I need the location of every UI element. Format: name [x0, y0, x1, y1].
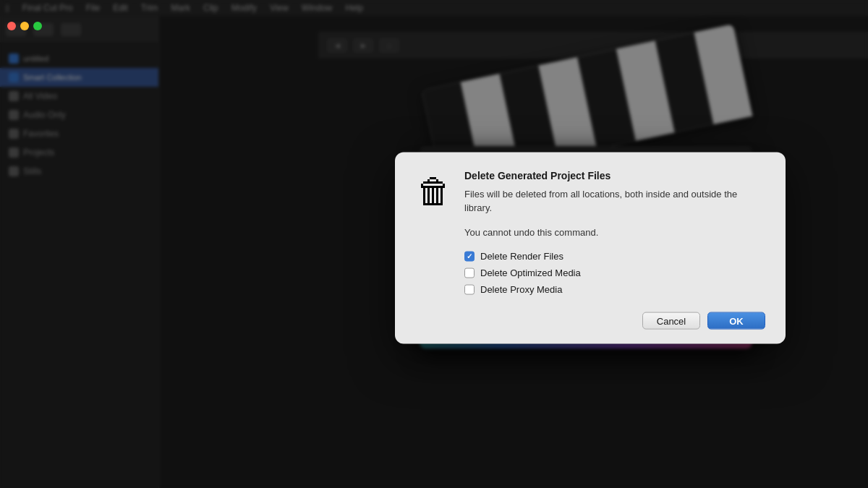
dialog-header: 🗑 Delete Generated Project Files Files w…	[415, 169, 765, 239]
checkbox-render-files[interactable]: ✓	[464, 251, 475, 261]
checkbox-proxy-media[interactable]	[464, 284, 475, 294]
dialog-text-content: Delete Generated Project Files Files wil…	[464, 169, 765, 239]
checkbox-row-optimized[interactable]: Delete Optimized Media	[464, 267, 765, 278]
window-controls	[7, 22, 42, 30]
close-button[interactable]	[7, 22, 16, 30]
checkbox-row-render[interactable]: ✓ Delete Render Files	[464, 251, 765, 262]
checkbox-optimized-media[interactable]	[464, 267, 475, 278]
checkbox-render-label: Delete Render Files	[480, 251, 563, 262]
cancel-button[interactable]: Cancel	[642, 312, 700, 330]
dialog-checkboxes: ✓ Delete Render Files Delete Optimized M…	[464, 251, 765, 295]
checkbox-optimized-label: Delete Optimized Media	[480, 267, 581, 278]
checkbox-proxy-label: Delete Proxy Media	[480, 284, 562, 295]
checkbox-row-proxy[interactable]: Delete Proxy Media	[464, 284, 765, 295]
maximize-button[interactable]	[33, 22, 42, 30]
dialog-warning: You cannot undo this command.	[464, 225, 765, 239]
minimize-button[interactable]	[20, 22, 29, 30]
delete-dialog: 🗑 Delete Generated Project Files Files w…	[395, 152, 786, 344]
checkmark-render: ✓	[467, 252, 472, 260]
ok-button[interactable]: OK	[707, 312, 765, 330]
dialog-title: Delete Generated Project Files	[464, 169, 765, 181]
trash-icon-container: 🗑	[415, 169, 453, 213]
trash-icon: 🗑	[417, 174, 451, 208]
dialog-description: Files will be deleted from all locations…	[464, 187, 765, 215]
dialog-buttons: Cancel OK	[415, 309, 765, 330]
